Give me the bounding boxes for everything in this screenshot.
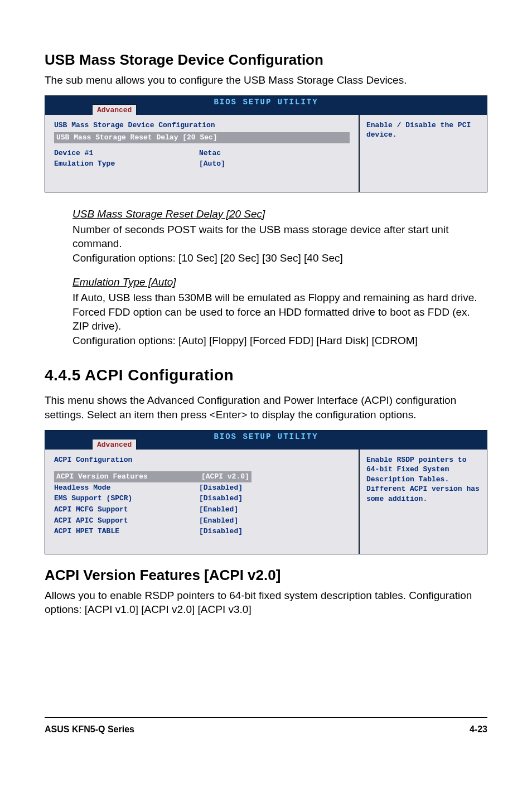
bios-panel-heading: ACPI Configuration bbox=[54, 455, 350, 465]
bios-panel-heading: USB Mass Storage Device Configuration bbox=[54, 120, 350, 131]
bios-row-val: [Enabled] bbox=[199, 516, 238, 526]
bios-tab-advanced[interactable]: Advanced bbox=[92, 439, 137, 450]
bios-row-val: [Enabled] bbox=[199, 505, 238, 515]
bios-row[interactable]: Device #1 Netac bbox=[54, 148, 350, 159]
usb-mass-storage-heading: USB Mass Storage Device Configuration bbox=[45, 50, 487, 70]
acpi-configuration-heading: 4.4.5 ACPI Configuration bbox=[45, 365, 487, 386]
bios-row-key: Headless Mode bbox=[54, 483, 199, 493]
bios-row-val: [Disabled] bbox=[199, 526, 243, 537]
footer-right: 4-23 bbox=[470, 723, 487, 736]
bios-highlighted-key[interactable]: ACPI Version Features bbox=[54, 471, 199, 482]
bios-help-pane: Enable / Disable the PCI device. bbox=[359, 115, 487, 192]
page-footer: ASUS KFN5-Q Series 4-23 bbox=[45, 717, 487, 736]
usb-mass-storage-intro: The sub menu allows you to configure the… bbox=[45, 73, 487, 88]
bios-row-key: ACPI MCFG Support bbox=[54, 505, 199, 515]
bios-header: BIOS SETUP UTILITY Advanced bbox=[45, 96, 487, 115]
bios-row[interactable]: EMS Support (SPCR) [Disabled] bbox=[54, 493, 350, 504]
bios-help-text: Enable RSDP pointers to 64-bit Fixed Sys… bbox=[366, 456, 480, 503]
bios-panel-usb: BIOS SETUP UTILITY Advanced USB Mass Sto… bbox=[45, 95, 487, 192]
opt-body-text: Number of seconds POST waits for the USB… bbox=[72, 224, 448, 250]
bios-row-val: [Disabled] bbox=[199, 483, 243, 493]
bios-header-title: BIOS SETUP UTILITY bbox=[214, 97, 318, 108]
acpi-configuration-intro: This menu shows the Advanced Configurati… bbox=[45, 393, 487, 422]
bios-row[interactable]: ACPI HPET TABLE [Disabled] bbox=[54, 526, 350, 537]
bios-row[interactable]: Emulation Type [Auto] bbox=[54, 158, 350, 170]
bios-row-val: Netac bbox=[199, 148, 221, 158]
bios-row[interactable]: ACPI APIC Support [Enabled] bbox=[54, 515, 350, 526]
bios-row-key: ACPI HPET TABLE bbox=[54, 526, 199, 537]
bios-row-val: [Disabled] bbox=[199, 494, 243, 504]
opt-heading-emulation-type: Emulation Type [Auto] bbox=[72, 275, 487, 289]
bios-header-title: BIOS SETUP UTILITY bbox=[214, 432, 318, 442]
bios-tab-advanced[interactable]: Advanced bbox=[92, 104, 137, 115]
bios-help-text: Enable / Disable the PCI device. bbox=[366, 121, 471, 139]
bios-left-pane: ACPI Configuration ACPI Version Features… bbox=[45, 450, 359, 554]
bios-panel-acpi: BIOS SETUP UTILITY Advanced ACPI Configu… bbox=[45, 430, 487, 554]
bios-row[interactable]: Headless Mode [Disabled] bbox=[54, 482, 350, 494]
bios-highlighted-val[interactable]: [ACPI v2.0] bbox=[199, 471, 252, 482]
bios-row-key: Emulation Type bbox=[54, 159, 199, 169]
bios-help-pane: Enable RSDP pointers to 64-bit Fixed Sys… bbox=[359, 450, 487, 554]
acpi-version-features-heading: ACPI Version Features [ACPI v2.0] bbox=[45, 566, 487, 585]
acpi-version-features-body: Allows you to enable RSDP pointers to 64… bbox=[45, 588, 487, 617]
bios-row[interactable]: ACPI MCFG Support [Enabled] bbox=[54, 504, 350, 515]
footer-left: ASUS KFN5-Q Series bbox=[45, 723, 134, 736]
bios-header: BIOS SETUP UTILITY Advanced bbox=[45, 431, 487, 450]
bios-row-key: ACPI APIC Support bbox=[54, 516, 199, 526]
bios-row-key: Device #1 bbox=[54, 148, 199, 158]
bios-row-val: [Auto] bbox=[199, 159, 225, 169]
opt-heading-reset-delay: USB Mass Storage Reset Delay [20 Sec] bbox=[72, 207, 487, 221]
bios-left-pane: USB Mass Storage Device Configuration US… bbox=[45, 115, 359, 192]
opt-config-options: Configuration options: [10 Sec] [20 Sec]… bbox=[72, 252, 343, 264]
bios-highlighted-option[interactable]: USB Mass Storage Reset Delay [20 Sec] bbox=[54, 132, 350, 143]
opt-body-text: If Auto, USB less than 530MB will be emu… bbox=[72, 292, 477, 332]
bios-row-key: EMS Support (SPCR) bbox=[54, 494, 199, 504]
opt-config-options: Configuration options: [Auto] [Floppy] [… bbox=[72, 335, 418, 346]
